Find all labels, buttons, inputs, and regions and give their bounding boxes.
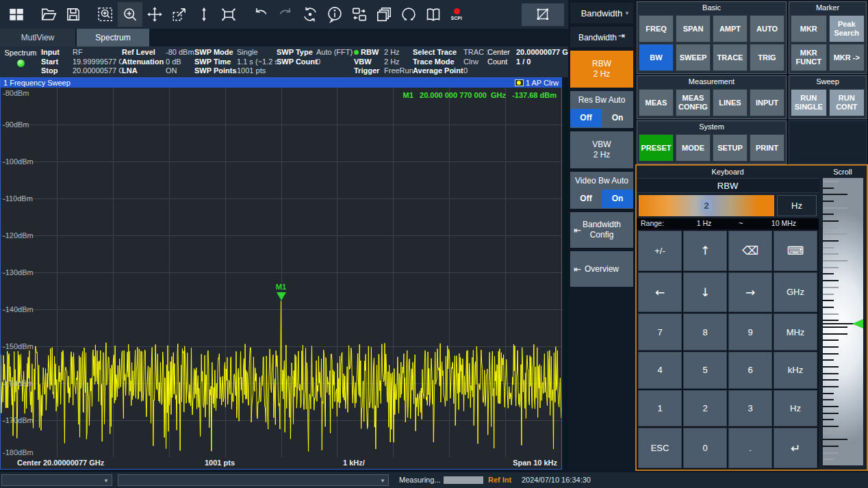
- unit-hz-key[interactable]: Hz: [774, 390, 817, 427]
- scroll-wheel[interactable]: [823, 178, 863, 465]
- move-icon[interactable]: [142, 2, 167, 27]
- hardkey-sweep[interactable]: SWEEP: [676, 44, 711, 71]
- tab-spectrum[interactable]: Spectrum: [77, 29, 149, 47]
- display-edit-button[interactable]: [522, 3, 564, 26]
- setting-value: 0: [316, 57, 320, 67]
- scroll-tick: [823, 267, 839, 268]
- hardkey-trace[interactable]: TRACE: [713, 44, 748, 71]
- undo-icon[interactable]: [248, 2, 273, 27]
- tab-mutlview[interactable]: MutlView: [0, 29, 75, 47]
- digit-7-key[interactable]: 7: [638, 313, 682, 350]
- hardkey-lines[interactable]: LINES: [713, 89, 748, 116]
- step-up-key[interactable]: ↑: [683, 231, 727, 271]
- hardkey-trig[interactable]: TRIG: [750, 44, 784, 71]
- softkey-menu-header[interactable]: Bandwidth ▼: [570, 3, 633, 23]
- hardkey-setup[interactable]: SETUP: [713, 134, 748, 162]
- scroll-tick: [823, 313, 839, 315]
- hardkey-input[interactable]: INPUT: [750, 89, 784, 116]
- loop-icon[interactable]: [396, 2, 421, 27]
- toggle-option-off[interactable]: Off: [570, 109, 602, 127]
- save-file-icon[interactable]: [61, 2, 86, 27]
- windows-stack-icon[interactable]: [372, 2, 396, 27]
- enter-key[interactable]: ↵: [774, 428, 817, 468]
- toggle-option-off[interactable]: Off: [570, 190, 602, 208]
- datetime: 2024/07/10 16:34:30: [522, 476, 591, 484]
- hardkey-bw[interactable]: BW: [639, 44, 674, 71]
- decimal-point-key[interactable]: .: [728, 428, 772, 468]
- marker-m1[interactable]: [277, 292, 286, 300]
- cursor-right-key[interactable]: →: [728, 272, 772, 313]
- sync-icon[interactable]: [298, 2, 322, 27]
- hardkey-mkr[interactable]: MKR: [791, 15, 827, 42]
- menu-item-overview[interactable]: ⇤Overview: [570, 251, 633, 287]
- hardkey-preset[interactable]: PRESET: [639, 134, 674, 162]
- hardkey-meas-config[interactable]: MEAS CONFIG: [676, 89, 711, 116]
- digit-4-key[interactable]: 4: [638, 352, 682, 389]
- info-icon[interactable]: [322, 2, 347, 27]
- toggle-option-on[interactable]: On: [602, 109, 633, 127]
- hardkey-print[interactable]: PRINT: [750, 134, 784, 162]
- manual-book-icon[interactable]: [421, 2, 446, 27]
- channel-bar-group-7[interactable]: Center20.00000077 GHzCount1 / 0: [487, 48, 568, 77]
- hardkey-mkr-[interactable]: MKR ->: [829, 44, 865, 71]
- digit-9-key[interactable]: 9: [728, 313, 772, 350]
- hardkey-run-single[interactable]: RUN SINGLE: [791, 89, 827, 116]
- scroll-tick: [823, 433, 847, 434]
- setting-label: RBW: [354, 48, 384, 57]
- onscreen-keyboard-key[interactable]: ⌨: [774, 231, 817, 271]
- hardkey-ampt[interactable]: AMPT: [713, 15, 748, 42]
- hardkey-freq[interactable]: FREQ: [639, 15, 674, 42]
- hardkey-mkr-funct[interactable]: MKR FUNCT: [791, 44, 827, 71]
- entry-value: 2: [701, 200, 711, 211]
- spectrum-plot[interactable]: M1 20.000 000 770 000 GHz -137.68 dBm -8…: [1, 88, 561, 457]
- digit-3-key[interactable]: 3: [728, 390, 772, 427]
- trace-window[interactable]: 1 Frequency Sweep 1 AP Clrw M1 20.000 00…: [0, 77, 562, 470]
- backspace-key[interactable]: ⌫: [728, 231, 772, 271]
- menu-item-bandwidth-config[interactable]: ⇤Bandwidth Config: [570, 212, 633, 248]
- zoom-in-icon[interactable]: [118, 2, 142, 27]
- menu-item-vbw[interactable]: VBW2 Hz: [570, 131, 633, 168]
- fit-screen-icon[interactable]: [216, 2, 241, 27]
- digit-1-key[interactable]: 1: [638, 390, 682, 427]
- vertical-stretch-icon[interactable]: [192, 2, 216, 27]
- hardkey-auto[interactable]: AUTO: [750, 15, 784, 42]
- channel-bar-group-4[interactable]: SWP TypeAuto (FFT)SWP Count0: [277, 48, 354, 77]
- unit-ghz-key[interactable]: GHz: [774, 272, 817, 313]
- redo-icon[interactable]: [273, 2, 298, 27]
- cursor-left-key[interactable]: ←: [638, 272, 682, 313]
- windows-logo-icon[interactable]: [4, 2, 29, 27]
- status-dropdown-1[interactable]: ▼: [1, 474, 112, 486]
- scpi-recorder-icon[interactable]: SCPI: [446, 2, 468, 27]
- digit-0-key[interactable]: 0: [683, 428, 727, 468]
- digit-2-key[interactable]: 2: [683, 390, 727, 427]
- copy-settings-icon[interactable]: [347, 2, 372, 27]
- esc-key[interactable]: ESC: [638, 428, 682, 468]
- digit-8-key[interactable]: 8: [683, 313, 727, 350]
- trace-legend[interactable]: 1 AP Clrw: [515, 79, 559, 87]
- hardkey-peak-search[interactable]: Peak Search: [829, 15, 865, 42]
- channel-bar-group-1[interactable]: InputRFStart19.99999577 GHzStop20.000005…: [41, 48, 122, 77]
- hardkey-mode[interactable]: MODE: [676, 134, 711, 162]
- menu-item-bandwidth-submenu[interactable]: Bandwidth⇥: [570, 27, 633, 47]
- zoom-region-icon[interactable]: [93, 2, 118, 27]
- step-down-key[interactable]: ↓: [683, 272, 727, 313]
- unit-khz-key[interactable]: kHz: [774, 352, 817, 389]
- value-entry-field[interactable]: 2: [639, 195, 774, 216]
- toggle-option-on[interactable]: On: [602, 190, 633, 208]
- channel-bar-group-2[interactable]: Ref Level-80 dBmAttenuation0 dBLNAON: [122, 48, 194, 77]
- menu-item-rbw[interactable]: RBW2 Hz: [570, 51, 633, 88]
- channel-bar-group-5[interactable]: RBW2 HzVBW2 HzTriggerFreeRun: [354, 48, 413, 77]
- resize-window-icon[interactable]: [167, 2, 192, 27]
- hardkey-run-cont[interactable]: RUN CONT: [829, 89, 865, 116]
- open-file-icon[interactable]: [36, 2, 61, 27]
- sign-key[interactable]: +/-: [638, 231, 682, 271]
- digit-6-key[interactable]: 6: [728, 352, 772, 389]
- hardkey-meas[interactable]: MEAS: [639, 89, 674, 116]
- channel-bar-group-6[interactable]: Select TraceTRAC 1Trace ModeClrwAverage …: [413, 48, 487, 77]
- hardkey-group-basic: BasicFREQSPANAMPTAUTOBWSWEEPTRACETRIG: [637, 1, 787, 74]
- channel-bar-group-3[interactable]: SWP ModeSingleSWP Time1.1 s (~1.2 s)SWP …: [194, 48, 277, 77]
- unit-mhz-key[interactable]: MHz: [774, 313, 817, 350]
- hardkey-span[interactable]: SPAN: [676, 15, 711, 42]
- digit-5-key[interactable]: 5: [683, 352, 727, 389]
- status-dropdown-2[interactable]: ▼: [118, 474, 389, 486]
